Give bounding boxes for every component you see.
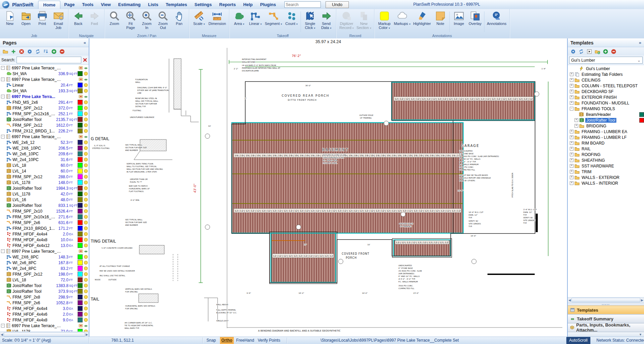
menu-tab-plugins[interactable]: Plugins [256, 1, 280, 9]
takeoff-item-row[interactable]: LVL_1648.0FT [0, 197, 89, 202]
takeoff-item-row[interactable]: FRM_HFDF_4x4x89.0EA [0, 317, 89, 323]
item-color-swatch[interactable] [78, 260, 83, 265]
item-color-swatch[interactable] [78, 174, 83, 179]
takeoff-item-row[interactable]: FRM_SPF_2x12372.0FT [0, 105, 89, 111]
note-button[interactable]: Note [432, 10, 448, 26]
page-row[interactable]: -6997 Pine Lake Terrace__Co... [0, 76, 89, 82]
template-color-swatch[interactable] [639, 112, 644, 117]
item-color-swatch[interactable] [78, 88, 83, 93]
template-node-framing-lumber-ea[interactable]: +FRAMING - LUMBER EA [568, 129, 644, 134]
item-color-swatch[interactable] [78, 220, 83, 225]
refresh16-icon[interactable] [579, 49, 584, 54]
dimension-button[interactable]: Dimension [207, 10, 227, 26]
joist-takeoff-areas[interactable] [232, 82, 535, 282]
annotations-button[interactable]: Annotations [485, 10, 508, 26]
takeoff-item-row[interactable]: WE_2X6_8PC148.3FT [0, 254, 89, 260]
template-node-sheathing[interactable]: +SHEATHING [568, 157, 644, 163]
template-node-estimating-tab-folders[interactable]: +Estimating Tab Folders [568, 71, 644, 77]
takeoff-item-row[interactable]: FRM_HFDF_4x4x42.0EA [0, 231, 89, 237]
sort16-icon[interactable] [43, 49, 49, 54]
page-row[interactable]: -6997 Pine Lake Terrace__Co... [0, 65, 89, 71]
linear-button[interactable]: Linear ▾ [247, 10, 263, 26]
takeoff-item-row[interactable]: SH_WA193.3SQ FT [0, 88, 89, 94]
takeoff-item-row[interactable]: FND_MS_2x6291.4FT [0, 99, 89, 105]
search-input[interactable] [284, 1, 321, 8]
email-job-button[interactable]: EmailJob [50, 10, 66, 30]
menu-tab-reports[interactable]: Reports [216, 1, 240, 9]
item-color-swatch[interactable] [78, 180, 83, 185]
item-color-swatch[interactable] [78, 186, 83, 191]
item-color-swatch[interactable] [78, 289, 83, 294]
item-color-swatch[interactable] [78, 168, 83, 174]
item-color-swatch[interactable] [78, 111, 83, 116]
menu-tab-templates[interactable]: Templates [162, 1, 191, 9]
takeoff-item-row[interactable]: WI_2x6_8PC167.8FT [0, 260, 89, 265]
item-color-swatch[interactable] [78, 203, 83, 208]
item-color-swatch[interactable] [78, 226, 83, 231]
delx16-icon[interactable] [19, 49, 24, 54]
takeoff-item-row[interactable]: LVL_1860.0FT [0, 162, 89, 168]
refresh16-icon[interactable] [35, 49, 40, 54]
item-color-swatch[interactable] [78, 312, 83, 317]
app-logo-icon[interactable] [2, 1, 9, 8]
item-color-swatch[interactable] [78, 231, 83, 237]
item-color-swatch[interactable] [78, 146, 83, 151]
takeoff-item-row[interactable]: FRM_SPF_2x10x16_LF271.6FT [0, 214, 89, 220]
item-color-swatch[interactable] [78, 157, 83, 162]
template-node-ceilings[interactable]: +CEILINGS [568, 77, 644, 83]
template-node-roofing[interactable]: +ROOFING [568, 152, 644, 157]
image-button[interactable]: Image [451, 10, 467, 26]
menu-tab-tools[interactable]: Tools [78, 1, 97, 9]
takeoff-item-row[interactable]: FRM_SPF_2x121612.0FT [0, 122, 89, 128]
pages-collapse-icon[interactable]: « [84, 40, 86, 45]
menu-tab-help[interactable]: Help [240, 1, 256, 9]
templates-collapse-icon[interactable]: » [639, 40, 641, 45]
takeoff-item-row[interactable]: Joist/Rafter Tool2135.7SQ FT [0, 117, 89, 122]
takeoff-item-row[interactable]: FRM_SPF_2x101526.4FT [0, 208, 89, 214]
template-node-framing-tools[interactable]: -FRAMING TOOLS [568, 106, 644, 112]
takeoff-item-row[interactable]: WE_2X6_10PC206.5FT [0, 145, 89, 151]
highlighter-button[interactable]: Highlighter [412, 10, 432, 26]
takeoff-item-row[interactable]: WI_2x4_10PC31.6FT [0, 157, 89, 162]
folder16-icon[interactable] [3, 49, 8, 54]
template-node-joist-rafter-tool[interactable]: +Joist/Rafter Tool [568, 117, 644, 123]
takeoff-item-row[interactable]: FRM_SPF_2x6631.6FT [0, 220, 89, 225]
item-color-swatch[interactable] [78, 100, 83, 105]
zoom-in-button[interactable]: ZoomIn [139, 10, 155, 30]
item-color-swatch[interactable] [78, 329, 83, 332]
template-node-rail[interactable]: +RAIL [568, 146, 644, 152]
takeoff-item-row[interactable]: Joist/Rafter Tool1984.3SQ FT [0, 185, 89, 191]
send-data-button[interactable]: SendData ▾ [318, 10, 334, 30]
takeoff-item-row[interactable]: FRM_HFDF_4x4x62.0EA [0, 311, 89, 317]
takeoff-item-row[interactable]: FRM_HFDF_4x4x43.0EA [0, 306, 89, 311]
markups-button[interactable]: Markups ▾ [392, 10, 412, 26]
page-row[interactable]: -6997 Pine Lake Terrace__Co... [0, 134, 89, 139]
template-node-framing-lumber-lf[interactable]: +FRAMING - LUMBER LF [568, 134, 644, 140]
clear-search-icon[interactable] [83, 58, 87, 62]
accordion-templates[interactable]: Templates [568, 306, 644, 314]
item-color-swatch[interactable] [78, 163, 83, 168]
takeoff-item-row[interactable]: FRM_SPF_2x12198.0FT [0, 271, 89, 277]
accordion-takeoff-summary[interactable]: Takeoff Summary [568, 314, 644, 323]
template-node-beam-header[interactable]: Beam/Header [568, 112, 644, 117]
template-node-bridging[interactable]: +BRIDGING [568, 123, 644, 129]
status-verify-points-toggle[interactable]: Verify Points [258, 337, 280, 344]
menu-tab-estimating[interactable]: Estimating [114, 1, 144, 9]
takeoff-item-row[interactable]: FRM_HFDF_4x4x1213.0EA [0, 243, 89, 248]
item-color-swatch[interactable] [78, 117, 83, 122]
new-button[interactable]: New [2, 10, 18, 26]
drawing-canvas[interactable]: 35.97 x 24.24 [89, 38, 567, 337]
addc16-icon[interactable] [603, 49, 608, 54]
item-color-swatch[interactable] [78, 277, 83, 282]
takeoff-item-row[interactable]: FRM_2X10_BRDG_1...171.2FT [0, 225, 89, 231]
takeoff-item-row[interactable]: Joist/Rafter Tool373.9SQ FT [0, 288, 89, 294]
template-node-rim-board[interactable]: +RIM BOARD [568, 140, 644, 146]
takeoff-item-row[interactable]: FRM_2X12_BRDG_1...226.2FT [0, 128, 89, 134]
item-color-swatch[interactable] [78, 306, 83, 311]
item-color-swatch[interactable] [78, 214, 83, 219]
blueprint-plan[interactable]: 12|12|12|12|12|12|12|12|12|12|12|12|12|1… [89, 38, 567, 337]
takeoff-item-row[interactable]: WI_2x6_10PC209.6FT [0, 151, 89, 157]
item-color-swatch[interactable] [78, 71, 83, 76]
takeoff-item-row[interactable]: FRM_SPF_2x12x16_LF252.1FT [0, 111, 89, 117]
item-color-swatch[interactable] [78, 128, 83, 133]
